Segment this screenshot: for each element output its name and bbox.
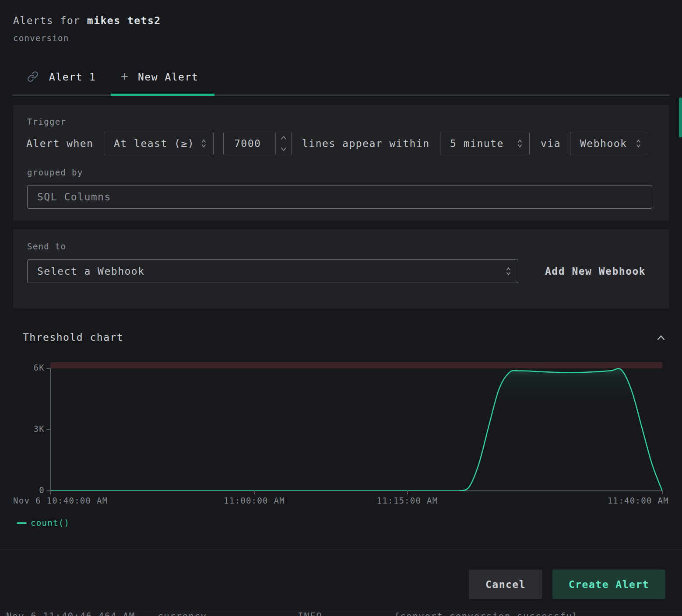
threshold-input[interactable]: 7000: [223, 132, 292, 155]
x-axis-tick: [254, 490, 255, 494]
trigger-section-label: Trigger: [27, 117, 66, 126]
log-level: INFO: [298, 611, 322, 616]
chevron-up-down-icon: [635, 137, 642, 150]
plus-icon: +: [121, 69, 128, 84]
via-text: via: [541, 132, 561, 155]
log-service: currency: [158, 611, 207, 616]
cancel-button[interactable]: Cancel: [469, 570, 542, 599]
stepper-down[interactable]: [276, 144, 292, 155]
channel-value: Webhook: [580, 138, 627, 149]
y-axis-tick: [46, 368, 50, 369]
tab-alert-1[interactable]: Alert 1: [49, 71, 96, 83]
chart-x-labels: Nov 6 10:40:00 AM11:00:00 AM11:15:00 AM1…: [50, 496, 662, 507]
collapse-chart-icon[interactable]: [655, 332, 667, 344]
send-to-label: Send to: [27, 242, 66, 251]
legend-line-swatch: [17, 522, 27, 524]
x-axis-tick-label: Nov 6 10:40:00 AM: [13, 496, 108, 505]
page-subtitle: conversion: [13, 33, 69, 43]
x-axis-tick: [407, 490, 408, 494]
page-title-prefix: Alerts for: [13, 15, 87, 26]
grouped-by-label: grouped by: [27, 168, 83, 177]
active-tab-indicator: [111, 94, 214, 96]
condition-select[interactable]: At least (≥): [104, 132, 214, 155]
time-window-select[interactable]: 5 minute: [440, 132, 530, 155]
number-stepper[interactable]: [275, 132, 292, 155]
log-message: {convert conversion successful: [394, 611, 578, 616]
alert-when-text: Alert when: [26, 132, 93, 155]
legend-series-label: count(): [31, 518, 70, 528]
log-timestamp: Nov 6 11:40:46.464 AM: [6, 611, 135, 616]
webhook-select[interactable]: Select a Webhook: [27, 259, 518, 283]
webhook-select-value: Select a Webhook: [37, 266, 145, 277]
scrollbar-thumb[interactable]: [679, 98, 682, 137]
chevron-up-down-icon: [200, 137, 207, 150]
chevron-down-icon: [280, 147, 287, 152]
chevron-up-icon: [280, 135, 287, 140]
x-axis-tick: [50, 490, 51, 494]
y-axis-tick: [46, 429, 50, 430]
alerts-modal: Alerts for mikes tets2 conversion Alert …: [0, 0, 682, 616]
time-window-value: 5 minute: [450, 138, 504, 149]
threshold-chart-title: Threshold chart: [23, 332, 123, 343]
x-axis-tick-label: 11:15:00 AM: [376, 496, 438, 505]
threshold-value: 7000: [224, 138, 275, 149]
link-icon: [27, 71, 39, 82]
y-axis-tick-label: 0: [18, 485, 45, 495]
page-title: Alerts for mikes tets2: [13, 15, 161, 26]
add-new-webhook-button[interactable]: Add New Webhook: [545, 259, 646, 283]
background-log-row: Nov 6 11:40:46.464 AM currency INFO {con…: [0, 609, 682, 616]
x-axis-tick-label: 11:00:00 AM: [224, 496, 285, 505]
y-axis-tick-label: 6K: [18, 363, 45, 372]
footer-divider: [0, 549, 682, 550]
y-axis-tick-label: 3K: [18, 424, 45, 434]
page-title-name: mikes tets2: [87, 15, 161, 26]
threshold-chart-plot: [50, 362, 662, 491]
create-alert-button[interactable]: Create Alert: [552, 570, 665, 599]
group-by-input[interactable]: SQL Columns: [27, 185, 652, 209]
condition-value: At least (≥): [114, 138, 194, 149]
chevron-up-down-icon: [505, 265, 512, 277]
x-axis-tick: [662, 490, 663, 494]
chevron-up-down-icon: [517, 137, 523, 150]
tab-new-alert[interactable]: New Alert: [138, 71, 198, 83]
stepper-up[interactable]: [276, 132, 292, 144]
channel-select[interactable]: Webhook: [570, 132, 648, 155]
x-axis-tick-label: 11:40:00 AM: [608, 496, 669, 505]
lines-appear-text: lines appear within: [302, 132, 430, 155]
